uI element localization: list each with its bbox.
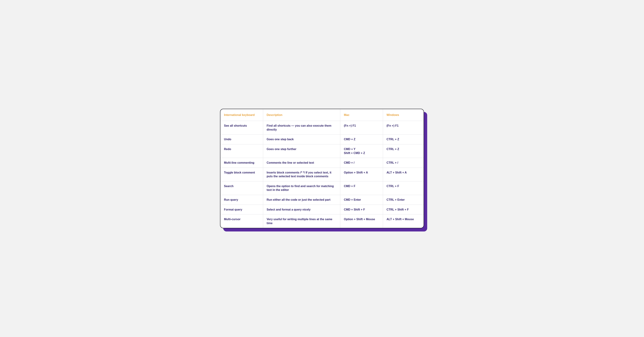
cell-windows-line: CTRL + Z [386,138,420,141]
cell-shortcut-name: Redo [220,144,263,158]
cell-description: Very useful for writing multiple lines a… [263,214,340,228]
cell-mac-line: (Fn +) F1 [344,124,379,128]
cell-description: Find all shortcuts — you can also execut… [263,121,340,134]
cell-shortcut-name-line: Undo [224,138,260,141]
table-row: UndoGoes one step backCMD + ZCTRL + Z [220,134,424,144]
cell-mac: CMD + Shift + F [340,205,383,215]
cell-mac-line: CMD + Y [344,147,379,151]
cell-description-line: Opens the option to find and search for … [267,184,337,192]
cell-shortcut-name-line: Toggle block comment [224,171,260,174]
cell-mac-line: Option + Shift + A [344,171,379,174]
cell-windows: CTRL + / [383,158,424,168]
cell-windows-line: CTRL + Enter [386,198,420,202]
cell-windows-line: CTRL + Shift + F [386,208,420,212]
cell-mac-line: CMD + Z [344,138,379,141]
cell-windows: (Fn +) F1 [383,121,424,134]
table-row: SearchOpens the option to find and searc… [220,182,424,195]
cell-description-line: Find all shortcuts — you can also execut… [267,124,337,132]
shortcuts-table: International keyboard Description Mac W… [220,109,424,228]
table-header-row: International keyboard Description Mac W… [220,109,424,121]
cell-shortcut-name: Toggle block comment [220,168,263,182]
cell-shortcut-name-line: Search [224,184,260,188]
cell-shortcut-name-line: Run query [224,198,260,202]
shortcuts-card: International keyboard Description Mac W… [220,109,424,228]
cell-mac: Option + Shift + Mouse [340,214,383,228]
col-header-keyboard: International keyboard [220,109,263,121]
table-row: RedoGoes one step furtherCMD + YShift + … [220,144,424,158]
cell-windows-line: CTRL + Z [386,147,420,151]
cell-description: Goes one step further [263,144,340,158]
cell-shortcut-name-line: Multi-line commenting [224,161,260,165]
cell-description: Opens the option to find and search for … [263,182,340,195]
cell-shortcut-name-line: Format query [224,208,260,212]
cell-shortcut-name: Multi-cursor [220,214,263,228]
cell-description-line: Comments the line or selected text [267,161,337,165]
cell-shortcut-name-line: Redo [224,147,260,151]
table-body: See all shortcutsFind all shortcuts — yo… [220,121,424,228]
table-row: Multi-cursorVery useful for writing mult… [220,214,424,228]
cell-description: Select and format a query nicely [263,205,340,215]
cell-windows-line: CTRL + F [386,184,420,188]
cell-description-line: Run either all the code or just the sele… [267,198,337,202]
cell-description-line: Very useful for writing multiple lines a… [267,217,337,225]
cell-mac: CMD + Z [340,134,383,144]
table-row: Toggle block commentInserts block commen… [220,168,424,182]
cell-mac-line: CMD + / [344,161,379,165]
cell-description: Run either all the code or just the sele… [263,195,340,205]
cell-windows-line: ALT + Shift + A [386,171,420,174]
cell-windows: ALT + Shift + Mouse [383,214,424,228]
cell-mac-line: Shift + CMD + Z [344,151,379,155]
cell-mac-line: CMD + F [344,184,379,188]
cell-shortcut-name-line: Multi-cursor [224,217,260,221]
cell-description: Comments the line or selected text [263,158,340,168]
cell-windows-line: CTRL + / [386,161,420,165]
cell-windows: CTRL + Z [383,144,424,158]
cell-windows-line: (Fn +) F1 [386,124,420,128]
cell-windows: CTRL + F [383,182,424,195]
cell-mac: Option + Shift + A [340,168,383,182]
cell-windows: CTRL + Z [383,134,424,144]
col-header-windows: Windows [383,109,424,121]
cell-windows-line: ALT + Shift + Mouse [386,217,420,221]
table-row: Run queryRun either all the code or just… [220,195,424,205]
cell-description: Inserts block comments /* */ If you sele… [263,168,340,182]
cell-windows: CTRL + Shift + F [383,205,424,215]
cell-mac-line: CMD + Shift + F [344,208,379,212]
cell-mac: (Fn +) F1 [340,121,383,134]
cell-shortcut-name: Run query [220,195,263,205]
cell-mac: CMD + F [340,182,383,195]
cell-description-line: Goes one step back [267,138,337,141]
cell-windows: ALT + Shift + A [383,168,424,182]
cell-description-line: Select and format a query nicely [267,208,337,212]
cell-shortcut-name: Undo [220,134,263,144]
cell-mac: CMD + Enter [340,195,383,205]
table-row: See all shortcutsFind all shortcuts — yo… [220,121,424,134]
cell-mac-line: Option + Shift + Mouse [344,217,379,221]
cell-mac: CMD + / [340,158,383,168]
cell-description-line: Goes one step further [267,147,337,151]
col-header-description: Description [263,109,340,121]
cell-windows: CTRL + Enter [383,195,424,205]
cell-shortcut-name: Format query [220,205,263,215]
cell-description: Goes one step back [263,134,340,144]
cell-shortcut-name: Multi-line commenting [220,158,263,168]
table-row: Format querySelect and format a query ni… [220,205,424,215]
cell-mac: CMD + YShift + CMD + Z [340,144,383,158]
cell-shortcut-name: See all shortcuts [220,121,263,134]
cell-mac-line: CMD + Enter [344,198,379,202]
cell-shortcut-name: Search [220,182,263,195]
cell-description-line: Inserts block comments /* */ If you sele… [267,171,337,178]
table-row: Multi-line commentingComments the line o… [220,158,424,168]
cell-shortcut-name-line: See all shortcuts [224,124,260,128]
col-header-mac: Mac [340,109,383,121]
